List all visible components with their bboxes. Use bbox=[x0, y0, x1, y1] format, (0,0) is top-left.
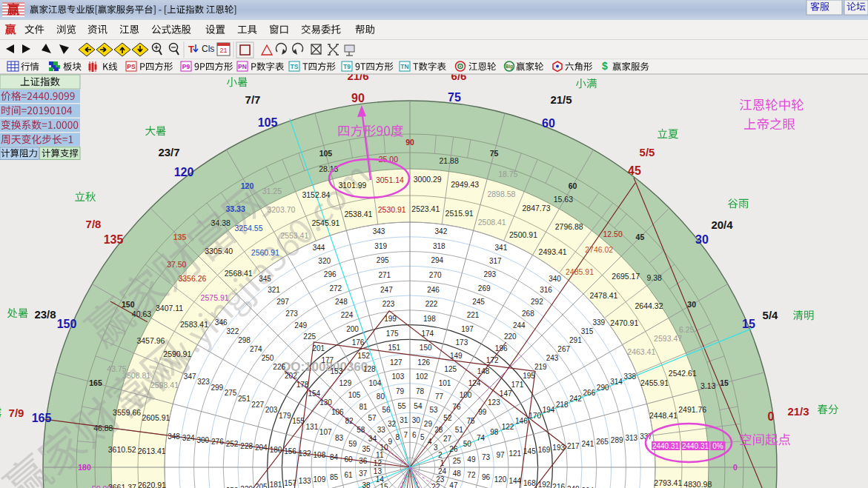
svg-text:27: 27 bbox=[443, 435, 452, 443]
svg-text:73: 73 bbox=[482, 453, 491, 461]
svg-text:90: 90 bbox=[351, 92, 365, 104]
svg-text:338: 338 bbox=[623, 372, 636, 381]
svg-text:289: 289 bbox=[611, 436, 623, 444]
svg-text:2470.91: 2470.91 bbox=[610, 318, 638, 327]
svg-text:168: 168 bbox=[523, 479, 536, 487]
svg-text:2463.41: 2463.41 bbox=[627, 347, 655, 356]
svg-text:6.25: 6.25 bbox=[679, 325, 695, 334]
svg-text:322: 322 bbox=[227, 327, 239, 335]
svg-text:57: 57 bbox=[368, 414, 377, 422]
svg-text:3610.52: 3610.52 bbox=[108, 445, 136, 454]
svg-text:127: 127 bbox=[390, 358, 402, 367]
svg-text:2515.91: 2515.91 bbox=[445, 209, 474, 218]
svg-text:2485.91: 2485.91 bbox=[566, 267, 594, 276]
svg-text:56: 56 bbox=[382, 406, 391, 414]
svg-text:30: 30 bbox=[687, 300, 696, 309]
svg-text:343: 343 bbox=[373, 227, 385, 235]
svg-text:290: 290 bbox=[597, 384, 609, 392]
svg-text:120: 120 bbox=[241, 181, 254, 190]
svg-text:133: 133 bbox=[299, 477, 311, 485]
svg-text:217: 217 bbox=[567, 442, 580, 450]
svg-text:3152.84: 3152.84 bbox=[302, 190, 330, 199]
svg-text:4830.98: 4830.98 bbox=[683, 480, 712, 488]
svg-text:171: 171 bbox=[511, 381, 524, 389]
svg-text:176: 176 bbox=[352, 338, 365, 347]
svg-text:21/3: 21/3 bbox=[787, 405, 809, 418]
svg-text:165: 165 bbox=[32, 412, 52, 424]
svg-text:18.75: 18.75 bbox=[498, 170, 517, 178]
svg-text:79: 79 bbox=[396, 387, 405, 395]
svg-text:147: 147 bbox=[500, 390, 512, 398]
svg-text:32: 32 bbox=[388, 420, 397, 428]
svg-text:T9: T9 bbox=[343, 63, 351, 70]
svg-text:197: 197 bbox=[461, 325, 474, 333]
svg-text:221: 221 bbox=[467, 311, 480, 319]
svg-text:72: 72 bbox=[467, 471, 476, 479]
svg-text:13: 13 bbox=[374, 467, 382, 475]
svg-text:151: 151 bbox=[388, 344, 400, 352]
svg-text:216: 216 bbox=[552, 483, 565, 488]
svg-text:34: 34 bbox=[368, 435, 377, 443]
svg-text:145: 145 bbox=[523, 447, 536, 455]
svg-text:269: 269 bbox=[478, 284, 491, 293]
svg-text:100: 100 bbox=[460, 391, 472, 399]
svg-text:12: 12 bbox=[374, 459, 382, 467]
svg-text:2440.31: 2440.31 bbox=[652, 442, 680, 450]
svg-text:3254.55: 3254.55 bbox=[235, 224, 263, 233]
svg-text:223: 223 bbox=[382, 300, 395, 308]
svg-text:2508.41: 2508.41 bbox=[478, 218, 506, 227]
svg-text:28: 28 bbox=[434, 426, 443, 434]
svg-text:296: 296 bbox=[324, 270, 337, 278]
svg-text:2478.41: 2478.41 bbox=[589, 291, 617, 300]
svg-text:4: 4 bbox=[428, 438, 432, 446]
svg-text:1: 1 bbox=[440, 459, 445, 467]
svg-text:5/5: 5/5 bbox=[640, 146, 655, 158]
svg-text:250: 250 bbox=[262, 354, 274, 362]
svg-text:175: 175 bbox=[386, 330, 399, 338]
svg-text:149: 149 bbox=[450, 352, 463, 360]
svg-text:170: 170 bbox=[529, 412, 541, 420]
svg-text:298: 298 bbox=[238, 336, 251, 344]
svg-text:35: 35 bbox=[362, 445, 371, 453]
svg-text:267: 267 bbox=[557, 345, 570, 353]
svg-text:40.63: 40.63 bbox=[132, 310, 151, 318]
svg-text:128: 128 bbox=[363, 365, 376, 373]
svg-text:8: 8 bbox=[395, 433, 400, 441]
svg-text:274: 274 bbox=[250, 345, 262, 353]
svg-text:266: 266 bbox=[583, 389, 596, 397]
svg-text:299: 299 bbox=[211, 384, 223, 392]
svg-text:2560.91: 2560.91 bbox=[251, 248, 279, 257]
svg-text:178: 178 bbox=[296, 381, 309, 389]
svg-text:55: 55 bbox=[398, 402, 407, 410]
svg-text:102: 102 bbox=[416, 372, 428, 381]
svg-text:3356.26: 3356.26 bbox=[178, 274, 206, 283]
svg-text:2: 2 bbox=[438, 451, 443, 459]
svg-text:346: 346 bbox=[215, 318, 228, 327]
svg-text:0: 0 bbox=[768, 410, 775, 423]
svg-text:124: 124 bbox=[468, 379, 481, 387]
svg-text:199: 199 bbox=[384, 315, 397, 323]
svg-text:47: 47 bbox=[449, 481, 458, 488]
svg-text:7/9: 7/9 bbox=[9, 407, 24, 419]
svg-text:31.25: 31.25 bbox=[262, 187, 282, 195]
svg-text:177: 177 bbox=[321, 356, 334, 364]
svg-text:2605.91: 2605.91 bbox=[142, 413, 170, 422]
svg-text:2448.41: 2448.41 bbox=[649, 411, 677, 420]
svg-text:195: 195 bbox=[523, 372, 535, 380]
svg-text:45: 45 bbox=[636, 233, 645, 241]
svg-text:318: 318 bbox=[433, 242, 445, 250]
svg-text:122: 122 bbox=[502, 423, 514, 431]
svg-text:242: 242 bbox=[569, 395, 582, 403]
svg-text:204: 204 bbox=[255, 444, 268, 452]
svg-text:272: 272 bbox=[329, 284, 342, 293]
svg-text:300: 300 bbox=[196, 436, 209, 444]
svg-text:345: 345 bbox=[259, 275, 271, 283]
svg-text:3457.96: 3457.96 bbox=[136, 336, 165, 345]
svg-text:2545.91: 2545.91 bbox=[311, 218, 339, 227]
svg-text:157: 157 bbox=[284, 479, 296, 487]
svg-text:344: 344 bbox=[313, 244, 325, 252]
svg-text:105: 105 bbox=[348, 391, 361, 399]
svg-text:121: 121 bbox=[508, 449, 521, 458]
svg-text:240: 240 bbox=[567, 485, 580, 488]
svg-text:96: 96 bbox=[482, 473, 491, 481]
